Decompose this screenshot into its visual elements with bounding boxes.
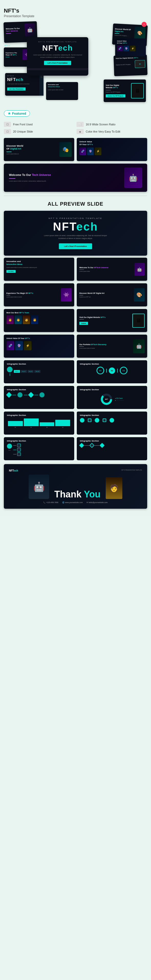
infographic-title-1: Infographic Section [7, 363, 71, 365]
hero-visit-slide2: Visit Our DigitalWebsite NFT's Explore O… [104, 80, 146, 102]
thankyou-portrait-img: 🧑 [106, 477, 122, 499]
experience-slide-all: Experience The Magic Of NFT's Lorem ipsu… [4, 283, 74, 306]
header-title: NFT's [4, 8, 147, 14]
info-h-line-2 [24, 395, 28, 395]
feature-label-4: Color Are Very Easy To Edit [86, 130, 120, 133]
visit-slide-title-all: Visit Our Digital Website NFT's [79, 316, 131, 318]
nft-face-1: 🧬 [117, 46, 123, 51]
infographic-row-4: Infographic Section Core [4, 437, 147, 460]
discover-title-hero: Discover World OFDigital Art [115, 28, 133, 33]
innovative-title: Innovative andInteractive Ideas [48, 84, 76, 88]
hero-unlock-card: Unlock ValueOf Your NFT's 🧬 🔮 ⚡ [115, 38, 146, 56]
welcome-tech-title: Welcome To Our Tech Universe [9, 173, 120, 177]
experience-img-all: 👾 [61, 288, 72, 302]
info-connector-2 [117, 369, 118, 372]
info-tag-4: Step 04 [34, 370, 41, 373]
diamond-icon-3 [99, 443, 105, 448]
info-diamond-2 [28, 392, 34, 398]
thankyou-robot-img: 🤖 [29, 475, 49, 499]
explore-btn[interactable]: Explore Our NFT Projects [106, 94, 126, 97]
step-circle-3 [110, 418, 114, 423]
all-start-btn[interactable]: Let's Start Presentation [59, 243, 92, 249]
all-preview-nftech-main: NFT'S PRESENTATION TEMPLATE NFTech Lorem… [4, 211, 147, 256]
infographic-row-3: Infographic Section Q1 Q2 Q3 Q4 [4, 412, 147, 434]
experience-title: Experience The Magic Of NFT's [6, 52, 22, 56]
brand-nft: NFT [42, 44, 58, 52]
thankyou-website: 🌐 www.yourwebsite.com [62, 501, 83, 504]
visit-title: Visit Our Digital Website NFT's [116, 57, 145, 60]
infographic-slide-8: Infographic Section [77, 437, 147, 460]
visit-btn[interactable]: Explore [79, 322, 88, 325]
innovative-slide: Innovative andInteractive Ideas Lorem ip… [4, 258, 74, 281]
infographic-slide-2: Infographic Section 01 02 03 [77, 360, 147, 383]
all-brand-desc: Lorem ipsum dolor sit amet, consectetur … [42, 234, 109, 240]
infographic-slide-1: Infographic Section Step 01 Step 02 Step… [4, 360, 74, 383]
feature-label-3: 20 Unique Slide [13, 130, 33, 133]
info-tag-2: Step 02 [21, 370, 27, 373]
welcome-universe-title: Welcome To Our NFTech Universe [79, 266, 133, 269]
donut-label: NFT [105, 398, 108, 400]
infographic-title-4: Infographic Section [80, 388, 144, 391]
hero-nftech-slide2: NFTECH NFTech Lorem ipsum dolor sit amet… [5, 73, 44, 95]
info-oval-2 [39, 392, 44, 398]
step-box-1 [88, 418, 91, 422]
info-h-line-3 [34, 395, 38, 395]
infographic-title-6: Infographic Section [80, 414, 144, 417]
team-member-2: 👨 [14, 315, 22, 324]
feature-item-2: ⬜ 16:9 Wide Screen Ratio [77, 122, 147, 127]
bar-2 [24, 418, 39, 426]
diamond-icon-2 [89, 443, 94, 448]
experience-slide-title: Experience The Magic Of NFT's [6, 292, 60, 294]
unlock-img-2: 🔮 [87, 148, 94, 155]
unlock-slide-title-all: Unlock Value Of Your NFT's [6, 337, 72, 339]
portfolio-slide-title: Our Portfolio NFTech Discovery [79, 343, 132, 346]
infographic-slide-5: Infographic Section Q1 Q2 Q3 Q4 [4, 412, 74, 434]
meet-team-title: Meet Our Best NFT's Team [6, 312, 72, 314]
step-circle-1 [80, 418, 85, 423]
info-ring-2: 03 [120, 367, 127, 374]
start-btn-sm[interactable]: Let's Start Presentation [7, 88, 25, 91]
discover-slide-title-all: Discover World OF Digital Art [79, 292, 132, 294]
feature-item-3: ☐ 20 Unique Slide [4, 129, 74, 134]
info-diamond-1 [6, 392, 12, 398]
infographic-slide-3: Infographic Section [4, 386, 74, 409]
welcome-to-tech-slide: Welcome To Our Tech Universe Lorem ipsum… [4, 164, 147, 192]
portfolio-img-all: 🤖 [133, 339, 145, 353]
infographic-content-1: Step 01 Step 02 Step 03 Step 04 [7, 367, 71, 376]
featured-badge: Featured [4, 110, 30, 117]
unlock-preview-slide: Unlock ValueOf Your NFT's 🧬 🔮 ⚡ [77, 138, 147, 161]
nft-pres-tag: NFT'S PRESENTATION TEMPLATE [49, 217, 102, 220]
learn-more-btn[interactable]: Learn More [6, 270, 16, 273]
brand-nft2: NFT [7, 78, 16, 82]
color-edit-icon: ◈ [77, 129, 84, 134]
feature-item-4: ◈ Color Are Very Easy To Edit [77, 129, 147, 134]
unlock-slide-all: Unlock Value Of Your NFT's 🧬 🔮 ⚡ [4, 335, 74, 358]
unlock-img-1: 🧬 [79, 148, 86, 155]
step-box-2 [103, 418, 106, 422]
feature-item-1: ☐ Free Font Used [4, 122, 74, 127]
step-arrow-3: → [100, 420, 102, 421]
info-tag-3: Step 03 [28, 370, 34, 373]
unique-slide-icon: ☐ [4, 129, 11, 134]
all-preview-title: ALL PREVIEW SLIDE [4, 201, 147, 207]
featured-section: Featured [4, 108, 147, 119]
thankyou-phone: 📞 +123-456-7890 [43, 501, 58, 504]
nftech-label-top: NFTech [4, 45, 10, 46]
info-tag-1: Step 01 [14, 370, 20, 373]
bar-label-2: Q2 [30, 427, 32, 428]
meet-team-slide: Meet Our Best NFT's Team 👩 👨 🧑 👩 [4, 309, 74, 332]
divider-1 [4, 196, 147, 196]
thankyou-email: ✉ hello@yourwebsite.com [87, 501, 107, 504]
step-circle-2 [95, 418, 99, 423]
discover-slide-all: Discover World OF Digital Art Explore ou… [77, 283, 147, 306]
visit-title2: Visit Our DigitalWebsite NFT's [106, 84, 129, 89]
lets-start-btn[interactable]: Let's Start Presentation [44, 61, 71, 65]
branch-box-3 [17, 452, 21, 456]
hub-label: Core [8, 450, 11, 451]
hero-visit-slide: Visit Our Digital Website NFT's Explore … [114, 55, 148, 76]
wide-screen-icon: ⬜ [77, 122, 84, 127]
nft-pres-label: NFT'S PRESENTATION TEMPLATE [32, 41, 83, 43]
bar-1 [8, 421, 23, 426]
hub-center [7, 444, 12, 449]
nft-face-3: ⚡ [130, 46, 135, 51]
